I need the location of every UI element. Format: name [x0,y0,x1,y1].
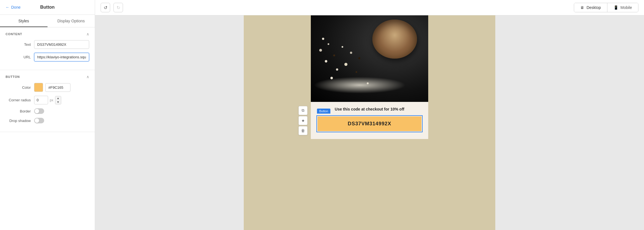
button-section-header: BUTTON ∧ [6,75,89,79]
dot1 [322,38,324,40]
text-field-row: Text [6,40,89,49]
content-section-label: CONTENT [6,32,22,36]
copy-fab[interactable]: ⧉ [299,106,307,115]
dot11 [356,71,357,73]
tab-styles[interactable]: Styles [0,15,48,27]
mobile-icon: 📱 [614,5,618,10]
url-field-row: URL [6,53,89,61]
floating-actions: ⧉ ★ 🗑 [299,106,307,135]
dot2 [328,43,329,45]
star-fab[interactable]: ★ [299,116,307,125]
mobile-button[interactable]: 📱 Mobile [607,3,638,12]
drop-shadow-toggle[interactable] [34,118,44,123]
url-field-label: URL [6,55,31,59]
desktop-icon: 🖥 [580,5,584,10]
tab-display-options[interactable]: Display Options [48,15,95,27]
email-preview: ⧉ ★ 🗑 Use this code at checkout for 10% … [244,15,495,230]
dot3 [319,49,322,52]
border-label: Border [6,109,31,113]
bowl-shape [372,20,417,59]
color-hex-input[interactable] [45,83,70,92]
dot10 [336,68,338,71]
panel-header: ← Done Button [0,0,95,15]
text-input[interactable] [34,40,89,49]
dot7 [350,52,352,54]
pepper-img-inner [311,15,428,102]
button-block: ⧉ ★ 🗑 Use this code at checkout for 10% … [311,102,428,139]
corner-stepper: ▲ ▼ [55,96,61,104]
color-swatch[interactable] [34,83,43,92]
dot9 [344,63,347,66]
desktop-button[interactable]: 🖥 Desktop [574,3,607,12]
drop-shadow-label: Drop shadow [6,119,31,123]
button-section-label: BUTTON [6,75,20,78]
coupon-button[interactable]: DS37VM314992X [318,116,422,131]
undo-icon: ↺ [104,5,107,10]
dot5 [325,60,327,63]
redo-button[interactable]: ↻ [113,3,123,12]
trash-fab[interactable]: 🗑 [299,126,307,135]
dot8 [358,57,360,59]
copy-icon: ⧉ [302,108,304,113]
star-icon: ★ [301,118,305,123]
dot4 [333,54,335,56]
dot6 [342,46,343,48]
button-chevron-icon[interactable]: ∧ [86,75,89,79]
corner-radius-row: Corner radius px ▲ ▼ [6,96,89,104]
border-toggle-track [34,108,44,114]
text-field-label: Text [6,42,31,47]
top-bar: ↺ ↻ 🖥 Desktop 📱 Mobile [95,0,644,15]
checkout-text: Use this code at checkout for 10% off [316,107,423,111]
px-label: px [50,98,53,102]
back-arrow-icon: ← [6,5,10,9]
desktop-label: Desktop [586,5,601,10]
mobile-label: Mobile [621,5,632,10]
drop-shadow-toggle-track [34,118,44,123]
right-tan [428,15,484,139]
preview-row: ⧉ ★ 🗑 Use this code at checkout for 10% … [244,15,495,139]
center-email: ⧉ ★ 🗑 Use this code at checkout for 10% … [311,15,428,139]
color-field-label: Color [6,85,31,90]
device-toggle: 🖥 Desktop 📱 Mobile [574,3,638,12]
corner-stepper-up[interactable]: ▲ [55,96,61,100]
url-input[interactable] [34,53,89,61]
tabs-row: Styles Display Options [0,15,95,27]
white-powder [314,77,406,94]
done-link[interactable]: ← Done [6,5,20,9]
content-chevron-icon[interactable]: ∧ [86,32,89,36]
done-label: Done [11,5,20,9]
corner-row: px ▲ ▼ [34,96,61,104]
canvas-area: ⧉ ★ 🗑 Use this code at checkout for 10% … [95,15,644,230]
content-section: CONTENT ∧ Text URL [0,27,95,70]
redo-icon: ↻ [117,5,120,10]
border-toggle[interactable] [34,108,44,114]
color-field-row: Color [6,83,89,92]
drop-shadow-row: Drop shadow [6,118,89,123]
content-section-header: CONTENT ∧ [6,32,89,36]
corner-stepper-down[interactable]: ▼ [55,100,61,104]
button-section: BUTTON ∧ Color Corner radius px ▲ ▼ [0,70,95,132]
corner-radius-label: Corner radius [6,98,31,102]
border-row: Border [6,108,89,114]
pepper-image [311,15,428,102]
corner-input[interactable] [34,96,48,104]
button-tag: Button [317,109,330,114]
color-row [34,83,70,92]
left-panel: ← Done Button Styles Display Options CON… [0,0,95,230]
panel-title: Button [40,5,55,10]
undo-button[interactable]: ↺ [101,3,110,12]
coupon-button-wrapper: Button DS37VM314992X [316,115,423,132]
main-area: ↺ ↻ 🖥 Desktop 📱 Mobile [95,0,644,230]
trash-icon: 🗑 [301,128,305,133]
